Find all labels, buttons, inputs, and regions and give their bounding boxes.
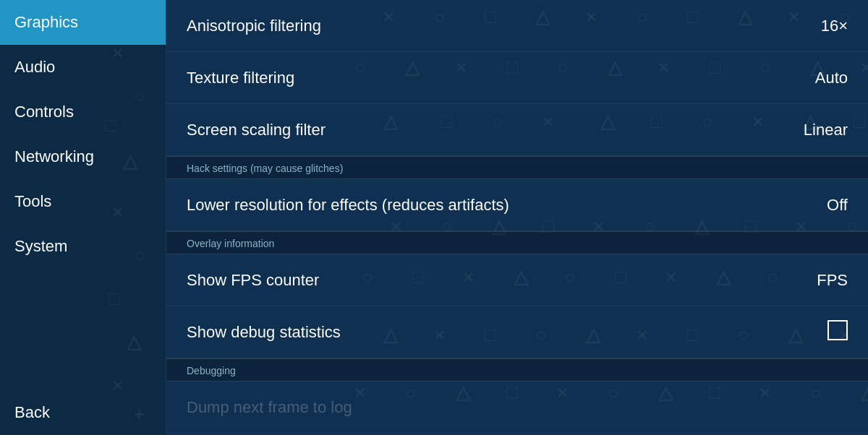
setting-value-texture: Auto [815, 69, 848, 87]
setting-texture-filtering[interactable]: Texture filtering Auto [166, 52, 868, 104]
sidebar-item-controls[interactable]: Controls [0, 90, 166, 134]
setting-value-fps: FPS [817, 271, 848, 290]
setting-label-scaling: Screen scaling filter [187, 121, 326, 139]
setting-screen-scaling[interactable]: Screen scaling filter Linear [166, 104, 868, 156]
setting-dump-frame[interactable]: Dump next frame to log [166, 382, 868, 434]
setting-label-fps: Show FPS counter [187, 271, 319, 290]
setting-label-anisotropic: Anisotropic filtering [187, 17, 321, 35]
setting-label-texture: Texture filtering [187, 69, 294, 87]
setting-value-scaling: Linear [804, 121, 848, 139]
setting-lower-resolution[interactable]: Lower resolution for effects (reduces ar… [166, 179, 868, 231]
setting-label-lower-res: Lower resolution for effects (reduces ar… [187, 196, 509, 215]
settings-list: Anisotropic filtering 16× Texture filter… [166, 0, 868, 435]
sidebar-item-system[interactable]: System [0, 224, 166, 269]
setting-label-debug-stats: Show debug statistics [187, 323, 341, 342]
setting-label-dump: Dump next frame to log [187, 398, 352, 417]
sidebar-item-networking[interactable]: Networking [0, 134, 166, 179]
setting-value-debug-stats [827, 320, 848, 345]
section-header-hack: Hack settings (may cause glitches) [166, 156, 868, 179]
main-content: × ○ □ △ × ○ □ △ × ○ □ △ ○ △ × □ ○ △ × □ … [166, 0, 868, 435]
sidebar: × ○ □ △ × ○ □ △ × + Graphics Audio Contr… [0, 0, 166, 435]
debug-stats-checkbox[interactable] [827, 320, 848, 340]
section-header-overlay: Overlay information [166, 231, 868, 254]
sidebar-item-audio[interactable]: Audio [0, 45, 166, 90]
sidebar-item-tools[interactable]: Tools [0, 179, 166, 224]
sidebar-item-graphics[interactable]: Graphics [0, 0, 166, 45]
setting-value-lower-res: Off [827, 196, 848, 215]
setting-fps-counter[interactable]: Show FPS counter FPS [166, 254, 868, 306]
section-header-debugging: Debugging [166, 358, 868, 382]
sidebar-item-back[interactable]: Back [0, 390, 166, 435]
setting-anisotropic-filtering[interactable]: Anisotropic filtering 16× [166, 0, 868, 52]
setting-value-anisotropic: 16× [821, 17, 848, 35]
setting-debug-stats[interactable]: Show debug statistics [166, 306, 868, 358]
